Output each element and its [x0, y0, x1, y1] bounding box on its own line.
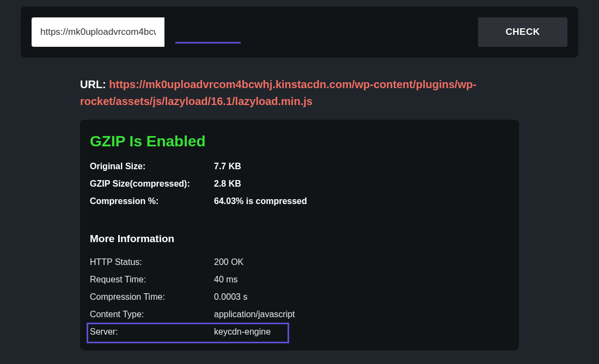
summary-value: 2.8 KB [214, 179, 241, 189]
input-underline-annotation [175, 42, 241, 44]
url-input-wrap [32, 17, 478, 47]
search-bar: CHECK [21, 7, 578, 58]
result-card: GZIP Is Enabled Original Size: 7.7 KB GZ… [80, 120, 519, 350]
summary-label: Compression %: [90, 196, 214, 206]
more-info-heading: More Information [90, 233, 509, 245]
detail-row-request-time: Request Time: 40 ms [90, 271, 509, 288]
detail-row-compression-time: Compression Time: 0.0003 s [90, 288, 509, 306]
detail-row-server: Server: keycdn-engine [90, 323, 509, 341]
detail-label: Compression Time: [90, 292, 214, 302]
result-url-line: URL: https://mk0uploadvrcom4bcwhj.kinsta… [80, 76, 519, 110]
summary-label: Original Size: [90, 162, 214, 171]
summary-row-gzip-size: GZIP Size(compressed): 2.8 KB [90, 175, 509, 193]
url-input[interactable] [32, 17, 164, 47]
detail-row-content-type: Content Type: application/javascript [90, 306, 509, 323]
detail-value: application/javascript [214, 310, 295, 319]
gzip-status-heading: GZIP Is Enabled [90, 133, 509, 150]
summary-value: 64.03% is compressed [214, 196, 307, 206]
detail-value: 200 OK [214, 257, 243, 267]
detail-label: Content Type: [90, 310, 214, 319]
detail-label: HTTP Status: [90, 257, 214, 267]
detail-row-http-status: HTTP Status: 200 OK [90, 254, 509, 271]
summary-label: GZIP Size(compressed): [90, 179, 214, 189]
page-root: CHECK URL: https://mk0uploadvrcom4bcwhj.… [0, 0, 599, 350]
summary-value: 7.7 KB [214, 162, 241, 171]
detail-label: Request Time: [90, 275, 214, 285]
detail-value: 0.0003 s [214, 292, 247, 302]
result-url-value: https://mk0uploadvrcom4bcwhj.kinstacdn.c… [80, 78, 476, 107]
detail-value: 40 ms [214, 275, 238, 285]
detail-label: Server: [90, 327, 214, 337]
detail-value: keycdn-engine [214, 327, 271, 337]
result-url-prefix: URL: [80, 78, 109, 90]
summary-row-compression-pct: Compression %: 64.03% is compressed [90, 193, 509, 210]
summary-row-original-size: Original Size: 7.7 KB [90, 158, 509, 175]
check-button[interactable]: CHECK [478, 17, 567, 47]
result-area: URL: https://mk0uploadvrcom4bcwhj.kinsta… [80, 76, 519, 350]
